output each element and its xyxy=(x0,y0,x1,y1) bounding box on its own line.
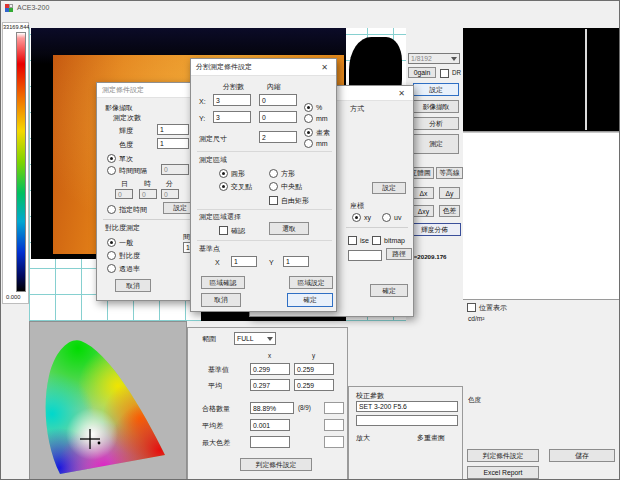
center-point-radio[interactable]: 中央點 xyxy=(269,182,302,191)
general-radio[interactable]: 一般 xyxy=(107,238,133,247)
app-icon xyxy=(5,4,13,12)
secondary-image[interactable] xyxy=(463,28,620,131)
save-button[interactable]: 儲存 xyxy=(549,449,615,462)
inset-mm-radio[interactable]: mm xyxy=(304,114,328,123)
cancel-button-back[interactable]: 取消 xyxy=(115,279,151,292)
close-icon[interactable]: ✕ xyxy=(318,63,331,72)
ref-x-field[interactable]: 1 xyxy=(231,256,257,267)
ref-y-field[interactable]: 1 xyxy=(283,256,309,267)
position-checkbox-label: 位置表示 xyxy=(479,304,507,311)
control-strip: 1/8192 0gain DR 設定 影像擷取 分析 測定 立體圖 等高線 Δx… xyxy=(406,22,463,321)
free-rect-checkbox[interactable]: 自由矩形 xyxy=(269,196,309,205)
interval-radio[interactable]: 時間間隔 xyxy=(107,166,147,175)
min-field[interactable]: 0 xyxy=(161,189,179,199)
app-window: ACE3-200 33169.844 0.000 1/8192 0gain DR… xyxy=(0,0,620,480)
excel-report-button[interactable]: Excel Report xyxy=(467,466,539,479)
specified-time-radio[interactable]: 指定時間 xyxy=(107,205,147,214)
hour-field[interactable]: 0 xyxy=(139,189,157,199)
position-checkbox-box[interactable] xyxy=(467,303,476,312)
maxdiff-indicator-box xyxy=(324,436,344,448)
dr-checkbox[interactable]: DR xyxy=(440,69,461,78)
zero-gain-button[interactable]: 0gain xyxy=(408,67,436,78)
path-button[interactable]: 路徑 xyxy=(386,248,412,260)
size-field[interactable]: 2 xyxy=(259,131,297,143)
ok-button[interactable]: 確定 xyxy=(287,293,333,307)
contour-button[interactable]: 等高線 xyxy=(436,167,463,179)
shutter-dropdown[interactable]: 1/8192 xyxy=(408,53,460,64)
color-scale-bar xyxy=(16,32,26,292)
judge-condition-button[interactable]: 判定條件設定 xyxy=(467,449,539,462)
range-dropdown[interactable]: FULL xyxy=(234,332,276,345)
method-set-button[interactable]: 設定 xyxy=(372,182,406,194)
pass-count-label: 合格數量 xyxy=(202,405,230,412)
dr-checkbox-box[interactable] xyxy=(440,69,449,78)
path-field[interactable] xyxy=(348,250,382,261)
size-pixel-radio[interactable]: 畫素 xyxy=(304,128,330,137)
confirm-checkbox[interactable]: 確認 xyxy=(219,226,245,235)
coord-group-label: 座標 xyxy=(350,202,364,209)
delta-y-button[interactable]: Δy xyxy=(439,187,460,199)
stats-panel: 位置表示 cd/m² 色度 判定條件設定 儲存 Excel Report xyxy=(463,299,620,480)
area-set-button[interactable]: 區域設定 xyxy=(289,276,333,289)
dialog-title-bar[interactable]: 測定條件設定 xyxy=(97,83,202,98)
maxdiff-label: 最大色差 xyxy=(202,439,230,446)
judge-condition-button-2[interactable]: 判定條件設定 xyxy=(240,458,312,471)
contrast-group-label: 對比度測定 xyxy=(105,224,140,231)
image-separator-line xyxy=(585,29,587,130)
interval-field[interactable]: 0 xyxy=(161,164,189,175)
set-button[interactable]: 設定 xyxy=(413,83,459,96)
single-radio[interactable]: 單次 xyxy=(107,154,133,163)
position-display-checkbox[interactable]: 位置表示 xyxy=(467,303,507,312)
chroma-count-field[interactable]: 1 xyxy=(157,138,189,149)
color-scale-panel: 33169.844 0.000 xyxy=(2,22,29,304)
delta-x-button[interactable]: Δx xyxy=(413,187,434,199)
day-label: 日 xyxy=(121,180,128,187)
capture-group-label: 影像擷取 xyxy=(105,104,133,111)
ok-button-middle[interactable]: 確定 xyxy=(370,284,408,297)
chroma-section-label: 色度 xyxy=(468,396,481,405)
x-inset-field[interactable]: 0 xyxy=(259,94,297,106)
avg-x-field[interactable]: 0.297 xyxy=(250,379,290,391)
color-diff-button[interactable]: 色差 xyxy=(439,205,460,217)
ref-x-field[interactable]: 0.299 xyxy=(250,363,290,375)
x-divisions-field[interactable]: 3 xyxy=(213,94,251,106)
transmittance-radio[interactable]: 透過率 xyxy=(107,264,140,273)
analyze-button[interactable]: 分析 xyxy=(413,117,459,130)
close-icon[interactable]: ✕ xyxy=(395,89,408,98)
square-radio[interactable]: 方形 xyxy=(269,169,295,178)
measure-button[interactable]: 測定 xyxy=(413,134,459,154)
pick-button[interactable]: 選取 xyxy=(269,222,309,235)
contrast-radio[interactable]: 對比度 xyxy=(107,251,140,260)
ise-checkbox[interactable]: ise xyxy=(348,236,369,245)
x-label: X: xyxy=(199,98,206,105)
calibration-field-2[interactable] xyxy=(356,415,458,426)
capture-button[interactable]: 影像擷取 xyxy=(413,100,459,113)
luminance-dist-button[interactable]: 輝度分佈 xyxy=(408,223,461,236)
xy-radio[interactable]: xy xyxy=(352,213,371,222)
y-divisions-field[interactable]: 3 xyxy=(213,111,251,123)
delta-xy-button[interactable]: Δxy xyxy=(413,205,434,217)
measurement-table[interactable] xyxy=(463,131,620,299)
avg-y-field[interactable]: 0.259 xyxy=(294,379,334,391)
shutter-value: 1/8192 xyxy=(411,55,432,62)
uv-radio[interactable]: uv xyxy=(382,213,401,222)
cross-point-radio[interactable]: 交叉點 xyxy=(219,182,252,191)
dialog-title-bar[interactable]: 分割測定條件設定 ✕ xyxy=(191,59,336,76)
area-confirm-button[interactable]: 區域確認 xyxy=(201,276,245,289)
circle-radio[interactable]: 圓形 xyxy=(219,169,245,178)
size-label: 測定尺寸 xyxy=(199,135,227,142)
measurement-condition-dialog: 測定條件設定 影像擷取 測定次數 輝度 1 色度 1 單次 時間間隔 0 日 時… xyxy=(96,82,203,301)
day-field[interactable]: 0 xyxy=(115,189,133,199)
cancel-button[interactable]: 取消 xyxy=(201,293,241,307)
size-mm-radio[interactable]: mm xyxy=(304,139,328,148)
menu-bar xyxy=(1,14,620,27)
dr-label: DR xyxy=(452,70,461,76)
ref-y-field[interactable]: 0.259 xyxy=(294,363,334,375)
bitmap-checkbox[interactable]: bitmap xyxy=(372,236,405,245)
calibration-field[interactable]: SET 3-200 F5.6 xyxy=(356,401,458,412)
lum-count-field[interactable]: 1 xyxy=(157,124,189,135)
cie-diagram-panel[interactable] xyxy=(29,321,187,480)
split-measurement-dialog: 分割測定條件設定 ✕ 分割數 內縮 X: 3 0 Y: 3 0 % mm 測定尺… xyxy=(190,58,337,312)
y-inset-field[interactable]: 0 xyxy=(259,111,297,123)
inset-percent-radio[interactable]: % xyxy=(304,103,322,112)
